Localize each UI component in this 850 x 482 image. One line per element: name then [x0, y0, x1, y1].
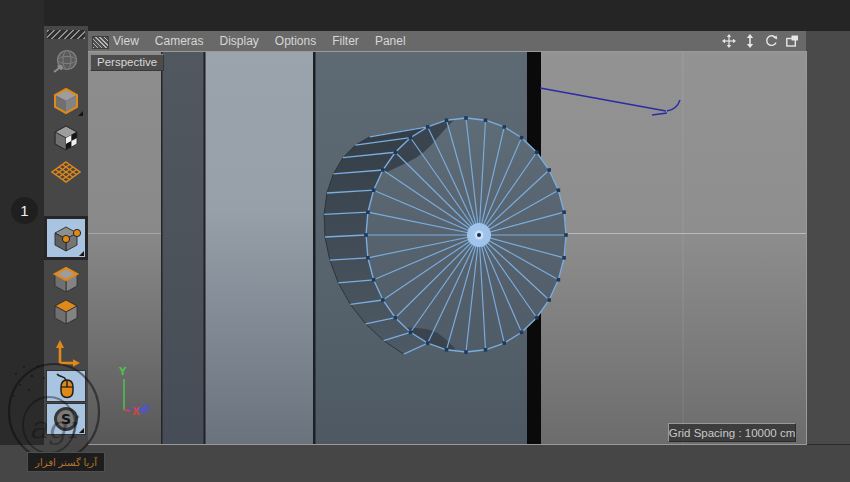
- grid-spacing-readout: Grid Spacing : 10000 cm: [668, 423, 796, 442]
- rotate-view-icon[interactable]: [764, 34, 778, 48]
- menu-view[interactable]: View: [113, 34, 139, 48]
- mode-toolbar: S: [44, 26, 88, 445]
- viewport-menubar: View Cameras Display Options Filter Pane…: [88, 31, 806, 52]
- toolbar-item-polygon-mode[interactable]: [48, 294, 84, 328]
- menu-items: View Cameras Display Options Filter Pane…: [113, 34, 422, 48]
- pan-view-icon[interactable]: [722, 34, 736, 48]
- workplane-mode-icon: [51, 157, 81, 187]
- texture-mode-icon: [51, 122, 81, 152]
- viewport-3d[interactable]: Y X Z Perspective Grid Spacing : 10000 c…: [88, 52, 806, 444]
- title-strip: [0, 0, 850, 31]
- toolbar-item-texture-mode[interactable]: [48, 120, 84, 154]
- toolbar-item-workplane-mode[interactable]: [48, 155, 84, 189]
- points-mode-icon: [51, 223, 81, 253]
- viewport-canvas[interactable]: Y X Z: [88, 52, 806, 444]
- polygon-mode-icon: [51, 296, 81, 326]
- zoom-view-icon[interactable]: [743, 34, 757, 48]
- edge-mode-icon: [51, 264, 81, 294]
- drag-handle-icon[interactable]: [92, 36, 109, 49]
- mouse-icon: [51, 371, 81, 401]
- snap-s-icon: S: [51, 404, 81, 434]
- axis-z-label: Z: [141, 404, 148, 415]
- enable-axis-icon: [51, 338, 81, 368]
- annotation-step-badge: 1: [11, 197, 38, 224]
- menu-cameras[interactable]: Cameras: [155, 34, 204, 48]
- toolbar-item-points-mode[interactable]: [44, 216, 88, 260]
- right-margin: [806, 31, 850, 444]
- toolbar-grip-icon[interactable]: [47, 30, 85, 39]
- make-editable-icon: [51, 47, 81, 77]
- camera-view-label: Perspective: [90, 54, 164, 71]
- menu-panel[interactable]: Panel: [375, 34, 406, 48]
- toolbar-item-mouse-input-mode[interactable]: [46, 370, 86, 402]
- menu-options[interactable]: Options: [275, 34, 316, 48]
- model-mode-icon: [51, 85, 81, 115]
- toggle-maximize-view-icon[interactable]: [785, 34, 800, 48]
- submenu-corner: [78, 111, 83, 116]
- application-window: View Cameras Display Options Filter Pane…: [0, 0, 850, 482]
- menu-display[interactable]: Display: [219, 34, 258, 48]
- bottom-margin: [0, 445, 850, 482]
- watermark-text: آریا گستر افزار: [27, 452, 105, 472]
- svg-text:S: S: [61, 411, 71, 427]
- submenu-corner: [79, 428, 84, 433]
- menu-filter[interactable]: Filter: [332, 34, 359, 48]
- toolbar-item-make-editable[interactable]: [48, 45, 84, 79]
- axis-y-label: Y: [118, 366, 127, 377]
- submenu-corner: [79, 251, 84, 256]
- toolbar-item-snap-settings[interactable]: S: [46, 403, 86, 435]
- toolbar-item-model-mode[interactable]: [48, 83, 84, 117]
- toolbar-item-edge-mode[interactable]: [48, 262, 84, 296]
- toolbar-item-enable-axis[interactable]: [48, 336, 84, 370]
- axis-x-label: X: [132, 406, 140, 417]
- left-margin: [0, 0, 44, 482]
